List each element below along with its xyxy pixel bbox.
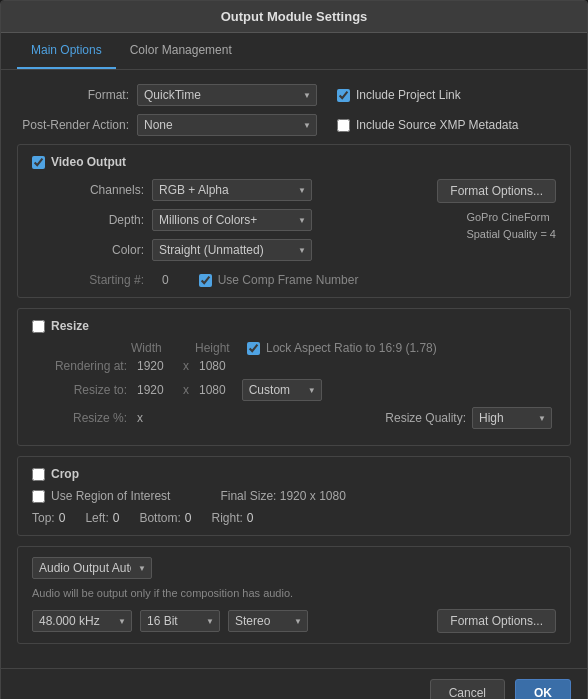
left-value: 0 bbox=[113, 511, 120, 525]
resize-pct-label: Resize %: bbox=[32, 411, 127, 425]
depth-select[interactable]: Millions of Colors+ bbox=[152, 209, 312, 231]
lock-aspect-checkbox[interactable] bbox=[247, 342, 260, 355]
depth-label: Depth: bbox=[32, 213, 152, 227]
custom-select-wrapper-outer: Custom bbox=[242, 379, 322, 401]
starting-value: 0 bbox=[162, 273, 169, 287]
resize-to-x-sep: x bbox=[179, 383, 193, 397]
audio-format-options-button[interactable]: Format Options... bbox=[437, 609, 556, 633]
resize-to-w: 1920 bbox=[133, 383, 173, 397]
resize-label: Resize bbox=[51, 319, 89, 333]
height-col-header: Height bbox=[177, 341, 237, 355]
stereo-select[interactable]: Stereo bbox=[228, 610, 308, 632]
format-select[interactable]: QuickTime bbox=[137, 84, 317, 106]
quality-select-wrapper: High bbox=[472, 407, 552, 429]
bottom-label: Bottom: bbox=[139, 511, 180, 525]
crop-section: Crop Use Region of Interest Final Size: … bbox=[17, 456, 571, 536]
resize-to-label: Resize to: bbox=[32, 383, 127, 397]
audio-output-select[interactable]: Audio Output Auto bbox=[32, 557, 152, 579]
rendering-w: 1920 bbox=[133, 359, 173, 373]
format-label: Format: bbox=[17, 88, 137, 102]
channels-area: Channels: RGB + Alpha Depth: Millions of… bbox=[32, 179, 556, 269]
crop-checkbox[interactable] bbox=[32, 468, 45, 481]
audio-output-select-wrapper: Audio Output Auto bbox=[32, 557, 152, 579]
bit-select-wrapper: 16 Bit bbox=[140, 610, 220, 632]
tab-main[interactable]: Main Options bbox=[17, 33, 116, 69]
gopro-info: GoPro CineForm Spatial Quality = 4 bbox=[466, 209, 556, 242]
lock-aspect-row: Lock Aspect Ratio to 16:9 (1.78) bbox=[247, 341, 437, 355]
output-module-dialog: Output Module Settings Main Options Colo… bbox=[0, 0, 588, 699]
audio-section: Audio Output Auto Audio will be output o… bbox=[17, 546, 571, 644]
video-output-header: Video Output bbox=[32, 155, 556, 169]
audio-header: Audio Output Auto bbox=[32, 557, 556, 579]
resize-pct-x: x bbox=[133, 411, 143, 425]
stereo-select-wrapper: Stereo bbox=[228, 610, 308, 632]
include-project-link-checkbox[interactable] bbox=[337, 89, 350, 102]
color-label: Color: bbox=[32, 243, 152, 257]
main-content: Format: QuickTime Include Project Link P… bbox=[1, 70, 587, 668]
use-comp-frame-checkbox[interactable] bbox=[199, 274, 212, 287]
dialog-title: Output Module Settings bbox=[1, 1, 587, 33]
crop-top: Top: 0 bbox=[32, 511, 65, 525]
bit-select[interactable]: 16 Bit bbox=[140, 610, 220, 632]
channels-select[interactable]: RGB + Alpha bbox=[152, 179, 312, 201]
bottom-value: 0 bbox=[185, 511, 192, 525]
channels-row: Channels: RGB + Alpha bbox=[32, 179, 376, 201]
color-select-wrapper: Straight (Unmatted) bbox=[152, 239, 312, 261]
include-project-link-label: Include Project Link bbox=[356, 88, 461, 102]
rendering-x-sep: x bbox=[179, 359, 193, 373]
video-output-checkbox[interactable] bbox=[32, 156, 45, 169]
format-options-button[interactable]: Format Options... bbox=[437, 179, 556, 203]
starting-row: Starting #: 0 Use Comp Frame Number bbox=[32, 273, 556, 287]
width-col-header: Width bbox=[127, 341, 177, 355]
resize-quality-label: Resize Quality: bbox=[385, 411, 466, 425]
use-roi-label: Use Region of Interest bbox=[51, 489, 170, 503]
use-roi-row: Use Region of Interest bbox=[32, 489, 170, 503]
format-select-wrapper: QuickTime bbox=[137, 84, 317, 106]
video-output-section: Video Output Channels: RGB + Alpha Depth bbox=[17, 144, 571, 298]
rendering-at-row: Rendering at: 1920 x 1080 bbox=[32, 359, 556, 373]
color-select[interactable]: Straight (Unmatted) bbox=[152, 239, 312, 261]
channels-left-col: Channels: RGB + Alpha Depth: Millions of… bbox=[32, 179, 376, 269]
crop-left: Left: 0 bbox=[85, 511, 119, 525]
khz-select[interactable]: 48.000 kHz bbox=[32, 610, 132, 632]
crop-fields: Top: 0 Left: 0 Bottom: 0 Right: 0 bbox=[32, 511, 556, 525]
resize-header: Resize bbox=[32, 319, 556, 333]
color-row: Color: Straight (Unmatted) bbox=[32, 239, 376, 261]
use-comp-frame-label: Use Comp Frame Number bbox=[218, 273, 359, 287]
top-label: Top: bbox=[32, 511, 55, 525]
custom-select[interactable]: Custom bbox=[242, 379, 322, 401]
resize-quality-row: Resize Quality: High bbox=[385, 407, 556, 429]
post-render-row: Post-Render Action: None Include Source … bbox=[17, 114, 571, 136]
audio-note: Audio will be output only if the composi… bbox=[32, 587, 556, 599]
ok-button[interactable]: OK bbox=[515, 679, 571, 699]
quality-select[interactable]: High bbox=[472, 407, 552, 429]
gopro-line1: GoPro CineForm bbox=[466, 209, 556, 226]
tab-color-management[interactable]: Color Management bbox=[116, 33, 246, 69]
resize-header-row: Width Height Lock Aspect Ratio to 16:9 (… bbox=[32, 341, 556, 355]
post-render-select[interactable]: None bbox=[137, 114, 317, 136]
cancel-button[interactable]: Cancel bbox=[430, 679, 505, 699]
custom-select-wrapper: Custom bbox=[242, 379, 322, 401]
depth-row: Depth: Millions of Colors+ bbox=[32, 209, 376, 231]
audio-format-options-wrapper: Format Options... bbox=[437, 609, 556, 633]
video-output-label: Video Output bbox=[51, 155, 126, 169]
dialog-footer: Cancel OK bbox=[1, 668, 587, 699]
use-roi-checkbox[interactable] bbox=[32, 490, 45, 503]
right-label: Right: bbox=[211, 511, 242, 525]
starting-label: Starting #: bbox=[32, 273, 152, 287]
gopro-line2: Spatial Quality = 4 bbox=[466, 226, 556, 243]
resize-section: Resize Width Height Lock Aspect Ratio to… bbox=[17, 308, 571, 446]
channels-label: Channels: bbox=[32, 183, 152, 197]
final-size: Final Size: 1920 x 1080 bbox=[220, 489, 345, 503]
channels-select-wrapper: RGB + Alpha bbox=[152, 179, 312, 201]
resize-checkbox[interactable] bbox=[32, 320, 45, 333]
format-options-col: Format Options... GoPro CineForm Spatial… bbox=[376, 179, 556, 242]
right-value: 0 bbox=[247, 511, 254, 525]
use-comp-frame-row: Use Comp Frame Number bbox=[199, 273, 359, 287]
include-source-xmp-checkbox[interactable] bbox=[337, 119, 350, 132]
rendering-at-label: Rendering at: bbox=[32, 359, 127, 373]
depth-select-wrapper: Millions of Colors+ bbox=[152, 209, 312, 231]
include-source-xmp-label: Include Source XMP Metadata bbox=[356, 118, 519, 132]
top-value: 0 bbox=[59, 511, 66, 525]
post-render-select-wrapper: None bbox=[137, 114, 317, 136]
